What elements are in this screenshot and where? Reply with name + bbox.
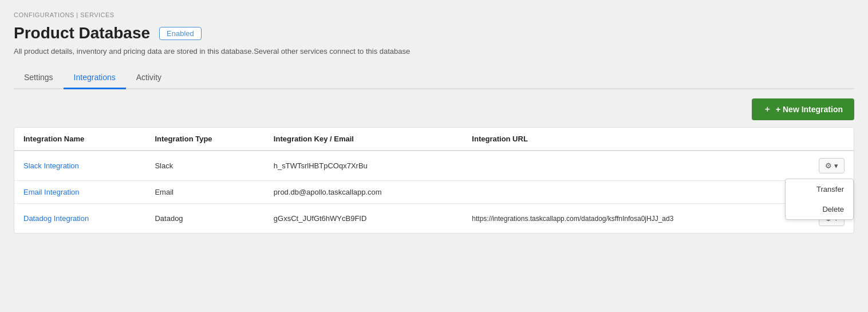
integration-type-cell: Slack [145,151,264,181]
table-header-row: Integration Name Integration Type Integr… [14,128,854,151]
page-description: All product details, inventory and prici… [14,47,854,56]
email-integration-link[interactable]: Email Integration [23,188,80,196]
toolbar-row: ＋ + New Integration [14,98,854,120]
header-row: Product Database Enabled [14,24,854,42]
table-row: Datadog Integration Datadog gGxsCt_JUfGt… [14,204,854,234]
table-row: Email Integration Email prod.db@apollo.t… [14,181,854,204]
datadog-integration-link[interactable]: Datadog Integration [23,214,89,223]
delete-option[interactable]: Delete [786,199,853,219]
integration-key-cell: h_sTWTsrlHBTpCOqx7XrBu [265,151,463,181]
integration-name-cell: Email Integration [14,181,145,204]
integration-type-cell: Datadog [145,204,264,234]
integration-url-cell [463,181,808,204]
table-row: Slack Integration Slack h_sTWTsrlHBTpCOq… [14,151,854,181]
content-area: ＋ + New Integration Integration Name Int… [14,89,854,234]
integration-name-cell: Slack Integration [14,151,145,181]
gear-button-slack[interactable]: ⚙ ▾ [819,158,845,173]
status-badge: Enabled [159,27,202,40]
integrations-table: Integration Name Integration Type Integr… [14,128,854,233]
col-integration-url: Integration URL [463,128,808,151]
integration-key-cell: gGxsCt_JUfGt6hWYcB9FID [265,204,463,234]
new-integration-button[interactable]: ＋ + New Integration [752,98,854,120]
integration-key-cell: prod.db@apollo.taskcallapp.com [265,181,463,204]
gear-icon: ⚙ [825,161,832,170]
page-title: Product Database [14,24,150,42]
transfer-option[interactable]: Transfer [786,179,853,199]
col-integration-name: Integration Name [14,128,145,151]
col-actions [808,128,854,151]
breadcrumb: CONFIGURATIONS | SERVICES [14,11,854,18]
integration-type-cell: Email [145,181,264,204]
integrations-table-container: Integration Name Integration Type Integr… [14,127,854,234]
plus-icon: ＋ [763,104,771,114]
integration-name-cell: Datadog Integration [14,204,145,234]
integration-url-cell [463,151,808,181]
actions-cell-slack: ⚙ ▾ Transfer Delete [808,151,854,181]
chevron-down-icon: ▾ [834,161,838,170]
col-integration-type: Integration Type [145,128,264,151]
tab-activity[interactable]: Activity [126,67,172,89]
slack-integration-link[interactable]: Slack Integration [23,161,79,170]
tab-integrations[interactable]: Integrations [64,67,126,89]
dropdown-menu-slack: Transfer Delete [785,179,854,220]
col-integration-key: Integration Key / Email [265,128,463,151]
tab-settings[interactable]: Settings [14,67,64,89]
page-wrapper: CONFIGURATIONS | SERVICES Product Databa… [0,0,868,312]
integration-url-cell: https://integrations.taskcallapp.com/dat… [463,204,808,234]
tabs-bar: Settings Integrations Activity [14,67,854,89]
